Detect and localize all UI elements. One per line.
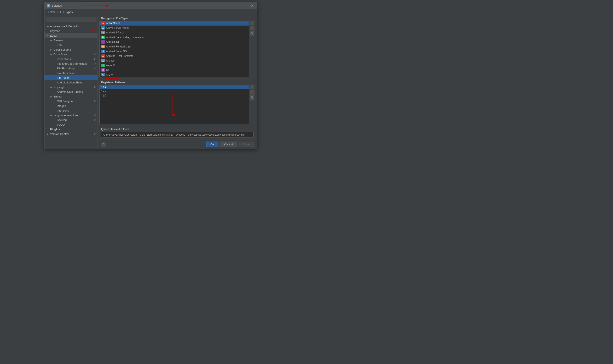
sidebar: ▶ Appearance & Behavior Keymap ▼ Editor …: [44, 15, 98, 149]
spacer: [53, 67, 56, 70]
title-bar-left: ⚙ Settings: [47, 4, 62, 7]
sidebar-item-spelling[interactable]: Spelling ⚙: [44, 117, 98, 122]
file-type-icon: R: [101, 45, 105, 48]
file-types-list[interactable]: A ActionScript A Active Server Pages 9 A…: [99, 21, 249, 77]
spacer: [53, 71, 56, 75]
ignore-section: Ignore files and folders: [98, 126, 257, 139]
sidebar-item-language-injections[interactable]: ▶ Language Injections ⚙: [44, 113, 98, 117]
sidebar-item-live-templates[interactable]: Live Templates: [44, 71, 98, 75]
patterns-list[interactable]: *.as *.es *.js2: [99, 85, 249, 124]
file-type-icon: C: [101, 73, 105, 77]
spacer: [53, 76, 56, 79]
spacer: [53, 104, 56, 107]
file-type-icon: A: [101, 26, 105, 30]
sidebar-item-editor[interactable]: ▼ Editor: [44, 33, 98, 38]
ok-button[interactable]: OK: [206, 142, 219, 147]
sidebar-item-todo[interactable]: TODO: [44, 122, 98, 127]
sidebar-item-font[interactable]: Font: [44, 43, 98, 47]
search-box: [44, 15, 98, 24]
list-item[interactable]: C C#: [100, 68, 249, 72]
sidebar-item-file-code-templates[interactable]: File and Code Templates ⚙: [44, 61, 98, 66]
add-pattern-button[interactable]: +: [250, 85, 254, 89]
breadcrumb-file-types: File Types: [60, 11, 73, 14]
spacer: [53, 118, 56, 122]
spacer: [53, 99, 56, 103]
edit-pattern-button[interactable]: ✎: [250, 95, 254, 100]
cancel-button[interactable]: Cancel: [220, 142, 237, 147]
sidebar-item-gui-designer[interactable]: GUI Designer ⚙: [44, 99, 98, 104]
sidebar-item-inspections[interactable]: Inspections ⚙: [44, 57, 98, 61]
close-button[interactable]: ✕: [249, 3, 255, 8]
spacer: [46, 128, 50, 131]
list-item[interactable]: R Android RenderScript: [100, 44, 249, 49]
dialog-title: Settings: [52, 4, 62, 7]
sidebar-item-images[interactable]: Images: [44, 104, 98, 108]
sidebar-item-version-control[interactable]: ▶ Version Control ⚙: [44, 131, 98, 136]
list-item[interactable]: D Android Data Binding Expression: [100, 35, 249, 39]
edit-file-type-button[interactable]: ✎: [250, 31, 254, 36]
recognized-section: Recognized File Types A ActionScript A A…: [98, 15, 257, 79]
sidebar-item-emmet[interactable]: ▶ Emmet: [44, 94, 98, 99]
list-item[interactable]: C C/C++: [100, 72, 249, 77]
list-item[interactable]: A Angular HTML Template: [100, 54, 249, 58]
file-list-container: A ActionScript A Active Server Pages 9 A…: [98, 21, 257, 79]
sidebar-item-keymap[interactable]: Keymap: [44, 28, 98, 33]
gear-icon: ⚙: [94, 86, 96, 89]
expand-arrow: ▶: [50, 48, 53, 51]
list-item[interactable]: Z Archive: [100, 58, 249, 63]
add-file-type-button[interactable]: +: [250, 21, 254, 25]
spacer: [53, 109, 56, 112]
expand-arrow: ▶: [50, 85, 53, 89]
remove-pattern-button[interactable]: −: [250, 90, 254, 94]
sidebar-item-android-databind[interactable]: Android Data Binding: [44, 89, 98, 94]
breadcrumb-editor: Editor: [48, 11, 55, 14]
file-type-icon: A: [101, 54, 105, 58]
gear-icon: ⚙: [94, 114, 96, 117]
list-item[interactable]: *.es: [100, 89, 249, 93]
sidebar-item-copyright[interactable]: ▶ Copyright ⚙: [44, 85, 98, 89]
list-item[interactable]: J AspectJ: [100, 63, 249, 68]
list-item[interactable]: 9 Android 9-Patch: [100, 30, 249, 35]
list-item[interactable]: I Android IDL: [100, 39, 249, 44]
gear-icon: ⚙: [94, 67, 96, 70]
file-type-icon: 9: [101, 31, 105, 34]
spacer: [53, 90, 56, 93]
list-item[interactable]: *.js2: [100, 93, 249, 98]
spacer: [53, 43, 56, 47]
list-item[interactable]: A Active Server Pages: [100, 26, 249, 30]
sidebar-item-android-layout[interactable]: Android Layout Editor: [44, 80, 98, 85]
ignore-input[interactable]: [101, 132, 254, 138]
sidebar-item-file-encodings[interactable]: File Encodings ⚙: [44, 66, 98, 71]
file-type-icon: S: [101, 50, 105, 53]
sidebar-item-code-style[interactable]: ▶ Code Style ⚙: [44, 52, 98, 57]
spacer: [53, 81, 56, 84]
sidebar-item-file-types[interactable]: File Types: [44, 75, 98, 80]
sidebar-item-appearance[interactable]: ▶ Appearance & Behavior: [44, 24, 98, 28]
list-item[interactable]: *.as: [100, 85, 249, 89]
expand-arrow: ▶: [50, 95, 53, 98]
sidebar-item-general[interactable]: ▶ General: [44, 38, 98, 43]
bottom-bar: ? OK Cancel Apply: [98, 139, 257, 149]
apply-button[interactable]: Apply: [238, 142, 254, 147]
list-item[interactable]: S Android Room SQL: [100, 49, 249, 54]
sidebar-item-plugins[interactable]: Plugins: [44, 127, 98, 131]
file-type-icon: Z: [101, 59, 105, 62]
expand-arrow: ▶: [50, 114, 53, 117]
remove-file-type-button[interactable]: −: [250, 26, 254, 30]
help-button[interactable]: ?: [101, 142, 106, 147]
spacer: [53, 57, 56, 61]
right-panel: Recognized File Types A ActionScript A A…: [98, 15, 257, 149]
file-type-icon: I: [101, 40, 105, 44]
settings-dialog: ⚙ Settings ✕ Editor › File Types ▶ Appea…: [44, 2, 257, 149]
recognized-label: Recognized File Types: [98, 15, 257, 21]
title-bar: ⚙ Settings ✕: [44, 2, 257, 9]
gear-icon: ⚙: [94, 53, 96, 56]
search-input[interactable]: [46, 17, 96, 22]
sidebar-item-color-scheme[interactable]: ▶ Color Scheme: [44, 47, 98, 52]
file-types-section: Recognized File Types A ActionScript A A…: [98, 15, 257, 139]
gear-icon: ⚙: [94, 62, 96, 65]
sidebar-item-intentions[interactable]: Intentions: [44, 108, 98, 113]
gear-icon: ⚙: [94, 58, 96, 60]
list-item[interactable]: A ActionScript: [100, 21, 249, 26]
pattern-list-buttons: + − ✎: [249, 85, 255, 124]
